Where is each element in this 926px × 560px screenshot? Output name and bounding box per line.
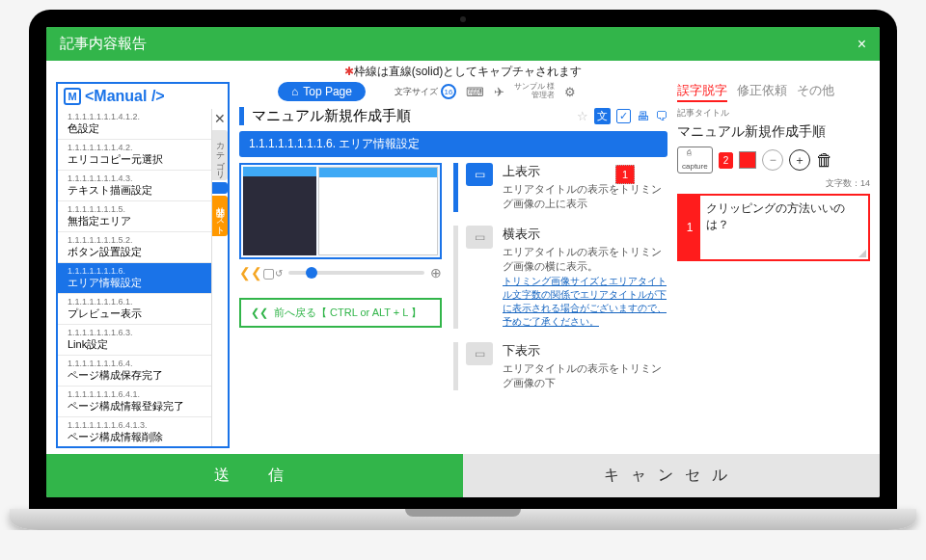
side-tab-toc[interactable]: 目次 xyxy=(212,182,228,194)
chat-icon[interactable]: 🗨 xyxy=(655,109,667,123)
keyboard-icon[interactable]: ⌨ xyxy=(466,85,484,99)
trash-icon[interactable]: 🗑 xyxy=(816,150,833,171)
sidebar-item[interactable]: 1.1.1.1.1.1.1.6.1.プレビュー表示 xyxy=(58,294,211,325)
article-title: マニュアル新規作成手順 xyxy=(677,123,870,141)
display-option[interactable]: ▭横表示エリアタイトルの表示をトリミング画像の横に表示。トリミング画像サイズとエ… xyxy=(453,226,667,329)
sidebar-item[interactable]: 1.1.1.1.1.1.1.6.4.1.ページ構成情報登録完了 xyxy=(58,387,211,417)
submit-button[interactable]: 送 信 xyxy=(46,454,463,497)
sidebar-item[interactable]: 1.1.1.1.1.1.1.6.3.Link設定 xyxy=(58,325,211,356)
comment-index: 1 xyxy=(679,196,700,259)
sidebar-item[interactable]: 1.1.1.1.1.1.1.4.1.2.色設定 xyxy=(58,109,211,140)
side-tab-category[interactable]: カテゴリ xyxy=(212,130,228,180)
sidebar-brand: M <Manual /> xyxy=(58,84,228,109)
color-swatch[interactable] xyxy=(739,151,756,169)
gear-icon[interactable]: ⚙ xyxy=(564,85,576,99)
translate-icon[interactable]: 文 xyxy=(594,108,611,124)
capture-icon: ⎙ xyxy=(687,149,702,163)
comment-icon[interactable]: ▢ xyxy=(262,265,275,280)
modal-title: 記事内容報告 xyxy=(60,35,147,53)
page-title: マニュアル新規作成手順 xyxy=(252,107,411,125)
capture-button[interactable]: ⎙ capture xyxy=(677,147,713,173)
layout-icon: ▭ xyxy=(466,163,493,186)
zoom-in-icon[interactable]: ＋ xyxy=(789,149,810,171)
chevron-double-left-icon: ❮❮ xyxy=(251,307,268,319)
star-icon[interactable]: ☆ xyxy=(577,109,588,123)
sidebar-item[interactable]: 1.1.1.1.1.1.1.5.2.ボタン設置設定 xyxy=(58,232,211,263)
check-icon[interactable]: ✓ xyxy=(616,109,631,123)
layout-icon: ▭ xyxy=(466,226,493,249)
preview-thumbnail xyxy=(239,163,442,259)
tab-fix-request[interactable]: 修正依頼 xyxy=(737,82,787,102)
side-tab-unpublished[interactable]: 非公開リスト xyxy=(212,196,228,236)
article-title-label: 記事タイトル xyxy=(677,107,870,120)
report-tabs: 誤字脱字 修正依頼 その他 xyxy=(677,82,870,102)
home-icon: ⌂ xyxy=(291,85,298,98)
reset-icon[interactable]: ↺ xyxy=(275,268,283,279)
chevron-double-left-icon[interactable]: ❮❮ xyxy=(239,265,262,280)
manual-icon: M xyxy=(64,88,81,105)
sidebar-collapse-icon[interactable]: ✕ xyxy=(212,109,228,128)
layout-icon: ▭ xyxy=(466,342,493,365)
breadcrumb: 1.1.1.1.1.1.1.1.6. エリア情報設定 xyxy=(239,131,667,157)
tab-other[interactable]: その他 xyxy=(797,82,834,102)
zoom-out-icon[interactable]: − xyxy=(762,149,783,171)
char-count: 文字数：14 xyxy=(677,177,870,190)
sidebar-item[interactable]: 1.1.1.1.1.1.1.6.4.ページ構成保存完了 xyxy=(58,356,211,387)
font-size-control[interactable]: 文字サイズ 16 xyxy=(395,84,456,99)
sidebar-item[interactable]: 1.1.1.1.1.1.1.6.4.1.3.ページ構成情報削除 xyxy=(58,417,211,446)
sidebar-item[interactable]: 1.1.1.1.1.1.1.4.2.エリココピー元選択 xyxy=(58,140,211,171)
sidebar-item[interactable]: 1.1.1.1.1.1.1.6.エリア情報設定 xyxy=(58,263,211,294)
close-icon[interactable]: × xyxy=(858,36,866,53)
print-icon[interactable]: 🖶 xyxy=(637,109,649,123)
page-title-row: マニュアル新規作成手順 ☆ 文 ✓ 🖶 🗨 xyxy=(239,107,667,125)
cancel-button[interactable]: キャンセル xyxy=(463,454,880,497)
notice-bar: ✱枠線は直線(solid)としてキャプチャされます xyxy=(46,61,880,82)
option-note-link[interactable]: トリミング画像サイズとエリアタイトル文字数の関係でエリアタイトルが下に表示される… xyxy=(503,276,667,327)
zoom-slider[interactable] xyxy=(288,271,424,275)
zoom-in-icon[interactable]: ⊕ xyxy=(430,265,442,280)
send-icon[interactable]: ✈ xyxy=(494,85,504,99)
back-button[interactable]: ❮❮ 前へ戻る【 CTRL or ALT + L 】 xyxy=(239,298,442,328)
display-option[interactable]: ▭下表示エリアタイトルの表示をトリミング画像の下 xyxy=(453,342,667,391)
marker-count-badge[interactable]: 2 xyxy=(719,152,734,169)
sidebar-item[interactable]: 1.1.1.1.1.1.1.5.無指定エリア xyxy=(58,201,211,232)
display-option[interactable]: ▭上表示エリアタイトルの表示をトリミング画像の上に表示1 xyxy=(453,163,667,212)
tab-typo[interactable]: 誤字脱字 xyxy=(677,82,727,102)
sidebar: M <Manual /> 1.1.1.1.1.1.1.4.1.2.色設定1.1.… xyxy=(56,82,230,448)
user-label: サンプル 様 管理者 xyxy=(514,83,555,100)
sidebar-item[interactable]: 1.1.1.1.1.1.1.4.3.テキスト描画設定 xyxy=(58,171,211,201)
comment-box[interactable]: 1 クリッピングの方法いいのは？ xyxy=(677,194,870,261)
annotation-marker[interactable]: 1 xyxy=(615,165,635,184)
top-page-button[interactable]: ⌂ Top Page xyxy=(278,82,366,101)
comment-text[interactable]: クリッピングの方法いいのは？ xyxy=(700,196,868,259)
